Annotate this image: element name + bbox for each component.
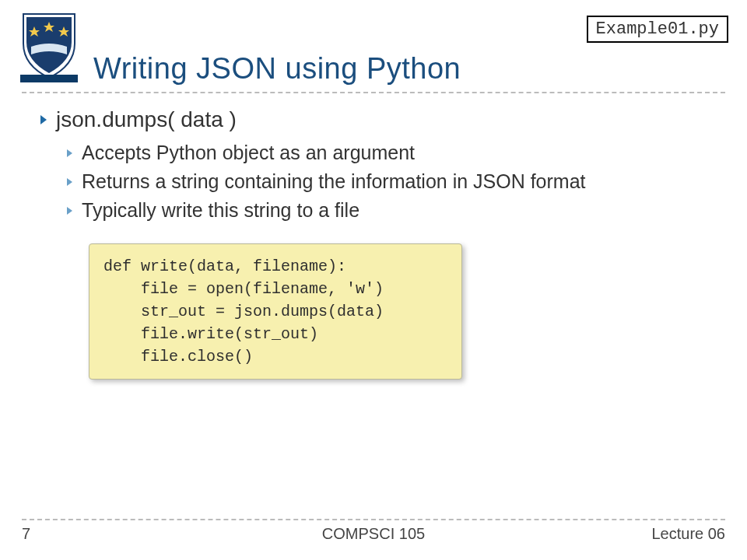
- slide: Writing JSON using Python Example01.py j…: [0, 0, 747, 560]
- bullet-level-2: Typically write this string to a file: [67, 199, 725, 222]
- page-number: 7: [22, 525, 30, 543]
- bullet-level-2: Returns a string containing the informat…: [67, 170, 725, 193]
- content-area: json.dumps( data ) Accepts Python object…: [22, 107, 725, 380]
- header-divider: [22, 92, 725, 93]
- bullet-text: json.dumps( data ): [56, 107, 237, 132]
- university-logo: [17, 11, 81, 82]
- svg-rect-3: [20, 75, 78, 82]
- bullet-level-2: Accepts Python object as an argument: [67, 142, 725, 164]
- triangle-bullet-icon: [67, 207, 72, 215]
- bullet-text: Typically write this string to a file: [82, 199, 359, 222]
- bullet-text: Accepts Python object as an argument: [82, 142, 415, 164]
- triangle-bullet-icon: [67, 149, 72, 157]
- code-block: def write(data, filename): file = open(f…: [89, 243, 462, 380]
- triangle-bullet-icon: [67, 178, 72, 186]
- slide-title: Writing JSON using Python: [93, 52, 461, 86]
- header: Writing JSON using Python Example01.py: [22, 19, 725, 90]
- triangle-bullet-icon: [40, 115, 47, 124]
- bullet-level-1: json.dumps( data ): [40, 107, 725, 132]
- footer-divider: [22, 519, 725, 520]
- footer: 7 COMPSCI 105 Lecture 06: [22, 519, 725, 543]
- example-filename-tag: Example01.py: [587, 16, 728, 43]
- lecture-number: Lecture 06: [651, 525, 725, 543]
- bullet-text: Returns a string containing the informat…: [82, 170, 586, 193]
- course-code: COMPSCI 105: [22, 525, 725, 543]
